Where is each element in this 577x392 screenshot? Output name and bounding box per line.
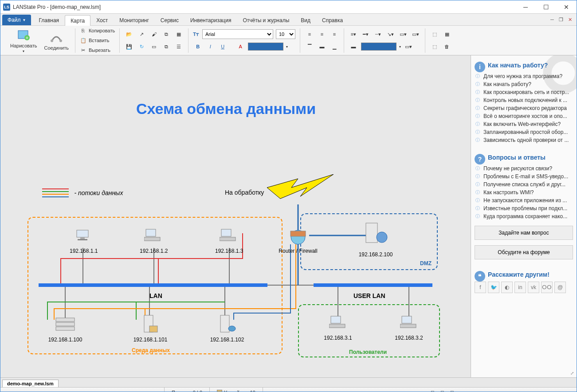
tool-d-icon[interactable]: 🗑 — [442, 42, 452, 51]
mdi-minimize-icon[interactable]: ─ — [549, 16, 555, 23]
arrow-icon[interactable]: ↘▾ — [386, 29, 396, 39]
map-canvas[interactable]: Схема обмена данными - потоки данных На … — [0, 55, 471, 377]
status-icon-b[interactable]: 🖥 — [440, 390, 444, 392]
help-item[interactable]: Контроль новых подключений к ... — [475, 96, 573, 104]
tab-help[interactable]: Справка — [316, 15, 349, 25]
help-item[interactable]: Как начать работу? — [475, 80, 573, 88]
faq-item[interactable]: Не запускаются приложения из ... — [475, 196, 573, 204]
twitter-icon[interactable]: 🐦 — [488, 282, 499, 293]
device-pc1[interactable] — [74, 228, 92, 242]
info-icon: i — [475, 62, 485, 72]
rss-icon[interactable]: ◐ — [501, 282, 513, 293]
align-left-icon[interactable]: ≡ — [305, 29, 314, 39]
device-dmz[interactable] — [362, 221, 389, 245]
minimize-button[interactable]: ─ — [515, 0, 536, 14]
valign-mid-icon[interactable]: ▬ — [317, 42, 327, 51]
status-icon-c[interactable]: 🖥 — [449, 390, 454, 392]
help-item[interactable]: Как включить Web-интерфейс? — [475, 120, 573, 128]
fill-color-box[interactable] — [248, 43, 283, 51]
paint-icon[interactable]: ▦ — [174, 29, 184, 39]
faq-item[interactable]: Известные проблемы при подкл... — [475, 204, 573, 212]
tab-main[interactable]: Главная — [33, 15, 65, 25]
font-color-icon[interactable]: A — [236, 42, 245, 51]
font-family-select[interactable]: Arial — [202, 29, 273, 39]
tab-host[interactable]: Хост — [90, 15, 114, 25]
faq-item[interactable]: Проблемы с E-mail и SMS-уведо... — [475, 172, 573, 180]
device-router[interactable] — [287, 228, 309, 246]
file-menu[interactable]: Файл ▼ — [2, 15, 31, 25]
bold-icon[interactable]: B — [193, 42, 203, 51]
faq-item[interactable]: Куда программа сохраняет нако... — [475, 212, 573, 220]
email-icon[interactable]: @ — [554, 282, 566, 293]
device-u1[interactable] — [329, 315, 347, 329]
valign-bot-icon[interactable]: ▁ — [330, 42, 339, 51]
status-icon-a[interactable]: 🖥 — [430, 390, 435, 392]
faq-item[interactable]: Почему не рисуются связи? — [475, 165, 573, 172]
tab-inventory[interactable]: Инвентаризация — [184, 15, 237, 25]
faq-item[interactable]: Как настроить WMI? — [475, 188, 573, 196]
tab-reports[interactable]: Отчёты и журналы — [237, 15, 295, 25]
layers-icon[interactable]: ☰ — [174, 42, 184, 51]
underline-icon[interactable]: U — [218, 42, 228, 51]
bring-front-icon[interactable]: ▭▾ — [398, 29, 408, 39]
help-item[interactable]: Зависимость одной проверки от ... — [475, 136, 573, 144]
shape-color-box[interactable] — [361, 43, 396, 51]
label-u2: 192.168.3.2 — [393, 335, 424, 341]
paste-button[interactable]: 📋Вставить — [80, 36, 115, 45]
faq-item[interactable]: Получение списка служб и друг... — [475, 180, 573, 188]
help-item[interactable]: Для чего нужна эта программа? — [475, 72, 573, 80]
mdi-close-icon[interactable]: ✕ — [567, 16, 573, 23]
dup-icon[interactable]: ⧉ — [161, 42, 171, 51]
save-icon[interactable]: 💾 — [124, 42, 134, 51]
tab-monitoring[interactable]: Мониторинг — [114, 15, 155, 25]
line-style-icon[interactable]: ≡▾ — [349, 29, 358, 39]
help-item[interactable]: Секреты графического редактора — [475, 104, 573, 112]
maximize-button[interactable]: ☐ — [536, 0, 556, 14]
close-button[interactable]: ✕ — [556, 0, 577, 14]
align-center-icon[interactable]: ≡ — [317, 29, 327, 39]
valign-top-icon[interactable]: ▔ — [305, 42, 314, 51]
vk-icon[interactable]: vk — [528, 282, 539, 293]
italic-icon[interactable]: I — [205, 42, 215, 51]
device-srv1[interactable] — [54, 316, 76, 332]
page-icon[interactable]: ▭ — [149, 42, 159, 51]
facebook-icon[interactable]: f — [475, 282, 486, 293]
device-pc2[interactable] — [144, 228, 162, 242]
font-size-select[interactable]: 10 — [276, 29, 295, 39]
forum-button[interactable]: Обсудите на форуме — [475, 245, 573, 259]
refresh-icon[interactable]: ↻ — [137, 42, 146, 51]
help-item[interactable]: Как просканировать сеть и постр... — [475, 88, 573, 96]
tab-map[interactable]: Карта — [65, 15, 90, 26]
brush-icon[interactable]: 🖌 — [149, 29, 159, 39]
tab-service[interactable]: Сервис — [155, 15, 184, 25]
help-item[interactable]: Запланированный простой обор... — [475, 128, 573, 136]
help-item[interactable]: Всё о мониторинге хостов и опо... — [475, 112, 573, 120]
tool-a-icon[interactable]: ⬚ — [430, 29, 440, 39]
tab-view[interactable]: Вид — [295, 15, 316, 25]
group-icon[interactable]: ⧉ — [161, 29, 171, 39]
cut-button[interactable]: ✂Вырезать — [80, 46, 115, 55]
device-srv2[interactable] — [141, 314, 160, 334]
shape-fill-icon[interactable]: ▬ — [349, 42, 358, 51]
ask-question-button[interactable]: Задайте нам вопрос — [475, 226, 573, 240]
doc-tab[interactable]: demo-map_new.lsm — [2, 380, 59, 387]
opacity-icon[interactable]: ▭▾ — [404, 42, 413, 51]
line-weight-icon[interactable]: ━▾ — [361, 29, 371, 39]
send-back-icon[interactable]: ▭▾ — [411, 29, 420, 39]
tool-c-icon[interactable]: ⬚ — [430, 42, 440, 51]
device-u2[interactable] — [400, 315, 418, 329]
device-srv3[interactable] — [217, 314, 236, 334]
align-right-icon[interactable]: ≡ — [330, 29, 339, 39]
device-pc3[interactable] — [220, 228, 237, 242]
mdi-restore-icon[interactable]: ❐ — [558, 16, 564, 23]
collapse-panel-icon[interactable]: ⤢ — [570, 371, 574, 376]
line-dash-icon[interactable]: ┄▾ — [373, 29, 383, 39]
copy-button[interactable]: ⎘Копировать — [80, 26, 115, 35]
open-icon[interactable]: 📂 — [124, 29, 134, 39]
linkedin-icon[interactable]: in — [514, 282, 526, 293]
connect-button[interactable]: Соединить — [40, 29, 72, 51]
tool-b-icon[interactable]: ▦ — [442, 29, 452, 39]
ok-icon[interactable]: ⵔⵔ — [541, 282, 553, 293]
draw-button[interactable]: + Нарисовать ▾ — [7, 27, 40, 54]
export-icon[interactable]: ↗ — [137, 29, 146, 39]
